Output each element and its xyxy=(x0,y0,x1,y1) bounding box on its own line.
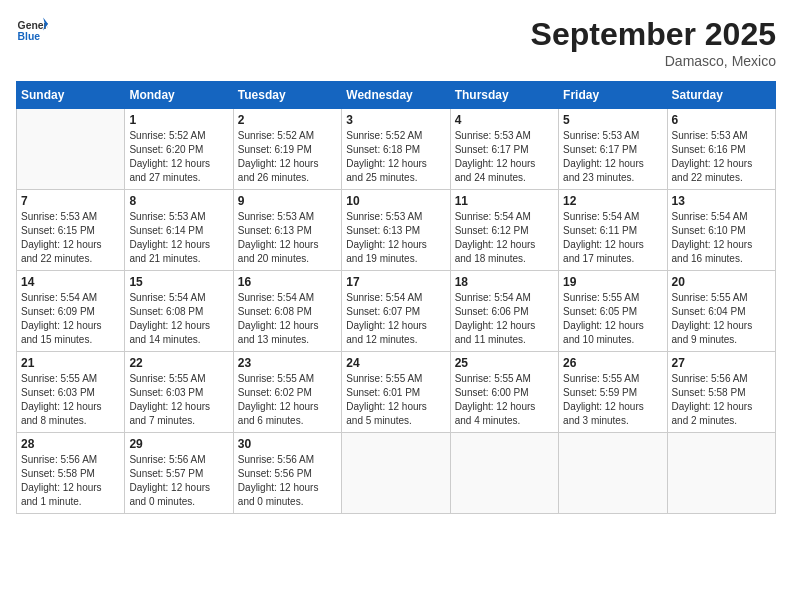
day-info: Sunrise: 5:53 AM Sunset: 6:17 PM Dayligh… xyxy=(455,129,554,185)
calendar-cell xyxy=(667,433,775,514)
day-info: Sunrise: 5:54 AM Sunset: 6:08 PM Dayligh… xyxy=(238,291,337,347)
day-number: 20 xyxy=(672,275,771,289)
day-number: 12 xyxy=(563,194,662,208)
calendar-cell: 10Sunrise: 5:53 AM Sunset: 6:13 PM Dayli… xyxy=(342,190,450,271)
day-info: Sunrise: 5:55 AM Sunset: 6:04 PM Dayligh… xyxy=(672,291,771,347)
day-number: 1 xyxy=(129,113,228,127)
col-header-thursday: Thursday xyxy=(450,82,558,109)
day-number: 5 xyxy=(563,113,662,127)
calendar-cell: 2Sunrise: 5:52 AM Sunset: 6:19 PM Daylig… xyxy=(233,109,341,190)
day-info: Sunrise: 5:53 AM Sunset: 6:17 PM Dayligh… xyxy=(563,129,662,185)
svg-text:Blue: Blue xyxy=(18,31,41,42)
calendar-cell xyxy=(342,433,450,514)
day-info: Sunrise: 5:54 AM Sunset: 6:11 PM Dayligh… xyxy=(563,210,662,266)
day-info: Sunrise: 5:55 AM Sunset: 6:03 PM Dayligh… xyxy=(21,372,120,428)
day-number: 29 xyxy=(129,437,228,451)
calendar-cell: 4Sunrise: 5:53 AM Sunset: 6:17 PM Daylig… xyxy=(450,109,558,190)
day-info: Sunrise: 5:56 AM Sunset: 5:58 PM Dayligh… xyxy=(21,453,120,509)
calendar-cell: 20Sunrise: 5:55 AM Sunset: 6:04 PM Dayli… xyxy=(667,271,775,352)
day-number: 24 xyxy=(346,356,445,370)
location-subtitle: Damasco, Mexico xyxy=(531,53,776,69)
calendar-cell: 29Sunrise: 5:56 AM Sunset: 5:57 PM Dayli… xyxy=(125,433,233,514)
day-info: Sunrise: 5:53 AM Sunset: 6:16 PM Dayligh… xyxy=(672,129,771,185)
day-info: Sunrise: 5:54 AM Sunset: 6:12 PM Dayligh… xyxy=(455,210,554,266)
calendar-cell: 12Sunrise: 5:54 AM Sunset: 6:11 PM Dayli… xyxy=(559,190,667,271)
day-number: 2 xyxy=(238,113,337,127)
day-info: Sunrise: 5:53 AM Sunset: 6:13 PM Dayligh… xyxy=(346,210,445,266)
day-info: Sunrise: 5:55 AM Sunset: 6:01 PM Dayligh… xyxy=(346,372,445,428)
day-info: Sunrise: 5:52 AM Sunset: 6:19 PM Dayligh… xyxy=(238,129,337,185)
title-section: September 2025 Damasco, Mexico xyxy=(531,16,776,69)
calendar-cell: 21Sunrise: 5:55 AM Sunset: 6:03 PM Dayli… xyxy=(17,352,125,433)
day-number: 9 xyxy=(238,194,337,208)
day-number: 3 xyxy=(346,113,445,127)
logo: General Blue xyxy=(16,16,48,44)
calendar-cell: 28Sunrise: 5:56 AM Sunset: 5:58 PM Dayli… xyxy=(17,433,125,514)
day-number: 28 xyxy=(21,437,120,451)
svg-text:General: General xyxy=(18,20,48,31)
day-number: 23 xyxy=(238,356,337,370)
calendar-cell: 23Sunrise: 5:55 AM Sunset: 6:02 PM Dayli… xyxy=(233,352,341,433)
calendar-week-4: 21Sunrise: 5:55 AM Sunset: 6:03 PM Dayli… xyxy=(17,352,776,433)
calendar-cell: 30Sunrise: 5:56 AM Sunset: 5:56 PM Dayli… xyxy=(233,433,341,514)
day-info: Sunrise: 5:56 AM Sunset: 5:57 PM Dayligh… xyxy=(129,453,228,509)
day-info: Sunrise: 5:52 AM Sunset: 6:18 PM Dayligh… xyxy=(346,129,445,185)
calendar-cell: 19Sunrise: 5:55 AM Sunset: 6:05 PM Dayli… xyxy=(559,271,667,352)
calendar-week-1: 1Sunrise: 5:52 AM Sunset: 6:20 PM Daylig… xyxy=(17,109,776,190)
logo-icon: General Blue xyxy=(16,16,48,44)
day-number: 25 xyxy=(455,356,554,370)
day-number: 7 xyxy=(21,194,120,208)
calendar-cell xyxy=(559,433,667,514)
day-number: 26 xyxy=(563,356,662,370)
day-number: 14 xyxy=(21,275,120,289)
day-number: 18 xyxy=(455,275,554,289)
calendar-cell: 1Sunrise: 5:52 AM Sunset: 6:20 PM Daylig… xyxy=(125,109,233,190)
day-number: 13 xyxy=(672,194,771,208)
day-info: Sunrise: 5:56 AM Sunset: 5:56 PM Dayligh… xyxy=(238,453,337,509)
calendar-cell: 11Sunrise: 5:54 AM Sunset: 6:12 PM Dayli… xyxy=(450,190,558,271)
calendar-week-5: 28Sunrise: 5:56 AM Sunset: 5:58 PM Dayli… xyxy=(17,433,776,514)
col-header-sunday: Sunday xyxy=(17,82,125,109)
day-number: 19 xyxy=(563,275,662,289)
day-info: Sunrise: 5:55 AM Sunset: 5:59 PM Dayligh… xyxy=(563,372,662,428)
day-info: Sunrise: 5:54 AM Sunset: 6:09 PM Dayligh… xyxy=(21,291,120,347)
day-info: Sunrise: 5:53 AM Sunset: 6:14 PM Dayligh… xyxy=(129,210,228,266)
calendar-cell: 8Sunrise: 5:53 AM Sunset: 6:14 PM Daylig… xyxy=(125,190,233,271)
page-header: General Blue September 2025 Damasco, Mex… xyxy=(16,16,776,69)
day-number: 4 xyxy=(455,113,554,127)
day-number: 17 xyxy=(346,275,445,289)
day-number: 10 xyxy=(346,194,445,208)
calendar-cell: 22Sunrise: 5:55 AM Sunset: 6:03 PM Dayli… xyxy=(125,352,233,433)
day-info: Sunrise: 5:54 AM Sunset: 6:08 PM Dayligh… xyxy=(129,291,228,347)
col-header-wednesday: Wednesday xyxy=(342,82,450,109)
day-info: Sunrise: 5:54 AM Sunset: 6:10 PM Dayligh… xyxy=(672,210,771,266)
day-info: Sunrise: 5:53 AM Sunset: 6:13 PM Dayligh… xyxy=(238,210,337,266)
calendar-cell: 26Sunrise: 5:55 AM Sunset: 5:59 PM Dayli… xyxy=(559,352,667,433)
col-header-friday: Friday xyxy=(559,82,667,109)
calendar-cell: 13Sunrise: 5:54 AM Sunset: 6:10 PM Dayli… xyxy=(667,190,775,271)
calendar-cell: 24Sunrise: 5:55 AM Sunset: 6:01 PM Dayli… xyxy=(342,352,450,433)
calendar-cell xyxy=(17,109,125,190)
calendar-cell: 9Sunrise: 5:53 AM Sunset: 6:13 PM Daylig… xyxy=(233,190,341,271)
calendar-cell: 6Sunrise: 5:53 AM Sunset: 6:16 PM Daylig… xyxy=(667,109,775,190)
calendar-cell: 7Sunrise: 5:53 AM Sunset: 6:15 PM Daylig… xyxy=(17,190,125,271)
calendar-cell xyxy=(450,433,558,514)
calendar-cell: 15Sunrise: 5:54 AM Sunset: 6:08 PM Dayli… xyxy=(125,271,233,352)
day-number: 21 xyxy=(21,356,120,370)
day-number: 6 xyxy=(672,113,771,127)
day-number: 16 xyxy=(238,275,337,289)
day-number: 11 xyxy=(455,194,554,208)
calendar-cell: 27Sunrise: 5:56 AM Sunset: 5:58 PM Dayli… xyxy=(667,352,775,433)
calendar-header-row: SundayMondayTuesdayWednesdayThursdayFrid… xyxy=(17,82,776,109)
col-header-saturday: Saturday xyxy=(667,82,775,109)
calendar-cell: 17Sunrise: 5:54 AM Sunset: 6:07 PM Dayli… xyxy=(342,271,450,352)
day-info: Sunrise: 5:56 AM Sunset: 5:58 PM Dayligh… xyxy=(672,372,771,428)
calendar-cell: 16Sunrise: 5:54 AM Sunset: 6:08 PM Dayli… xyxy=(233,271,341,352)
calendar-week-2: 7Sunrise: 5:53 AM Sunset: 6:15 PM Daylig… xyxy=(17,190,776,271)
day-info: Sunrise: 5:54 AM Sunset: 6:07 PM Dayligh… xyxy=(346,291,445,347)
col-header-monday: Monday xyxy=(125,82,233,109)
day-number: 22 xyxy=(129,356,228,370)
day-number: 8 xyxy=(129,194,228,208)
calendar-cell: 25Sunrise: 5:55 AM Sunset: 6:00 PM Dayli… xyxy=(450,352,558,433)
day-number: 15 xyxy=(129,275,228,289)
